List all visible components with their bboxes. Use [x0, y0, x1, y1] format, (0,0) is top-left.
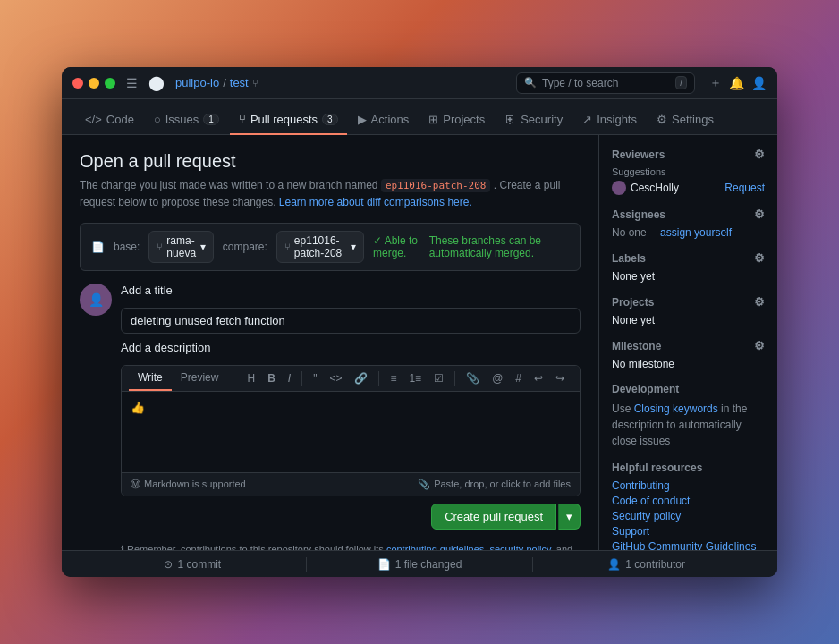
development-desc: Use Closing keywords in the description … — [612, 401, 765, 449]
avatar-icon[interactable]: 👤 — [751, 76, 767, 90]
redo-btn[interactable]: ↪ — [551, 369, 569, 387]
submit-area: Create pull request ▾ — [121, 504, 581, 530]
code-btn[interactable]: <> — [325, 369, 346, 387]
nav-item-issues[interactable]: ○ Issues 1 — [145, 106, 228, 135]
settings-icon: ⚙ — [657, 113, 667, 126]
editor-body[interactable]: 👍 — [122, 392, 580, 472]
breadcrumb-separator: / — [223, 76, 226, 89]
quote-btn[interactable]: " — [309, 369, 321, 387]
tab-preview[interactable]: Preview — [172, 366, 228, 391]
pr-badge: 3 — [322, 114, 338, 125]
pr-icon: ⑂ — [239, 113, 246, 126]
editor-emoji: 👍 — [131, 401, 145, 414]
mention-btn[interactable]: @ — [487, 369, 507, 387]
hamburger-icon[interactable]: ☰ — [126, 76, 138, 90]
contributing-link[interactable]: contributing guidelines — [386, 544, 484, 551]
base-branch-selector[interactable]: ⑂ rama-nueva ▾ — [148, 231, 213, 263]
undo-btn[interactable]: ↩ — [530, 369, 547, 387]
merge-status: ✓ Able to merge. These branches can be a… — [373, 234, 569, 259]
security-policy-helpful-link[interactable]: Security policy — [612, 510, 765, 522]
reviewers-section: Reviewers ⚙ Suggestions CescHolly Reques… — [612, 148, 765, 195]
breadcrumb-user[interactable]: pullpo-io — [175, 76, 219, 89]
task-list-btn[interactable]: ☑ — [429, 369, 448, 387]
link-btn[interactable]: 🔗 — [350, 369, 372, 387]
plus-icon[interactable]: ＋ — [709, 75, 722, 91]
attach-btn[interactable]: 📎 — [462, 369, 484, 387]
request-link[interactable]: Request — [725, 182, 765, 194]
title-section: 👤 Add a title Add a description Write Pr… — [80, 284, 581, 551]
nav-item-actions[interactable]: ▶ Actions — [349, 106, 419, 135]
search-placeholder: Type / to search — [542, 77, 618, 89]
projects-value: None yet — [612, 314, 655, 326]
base-branch-name: rama-nueva — [166, 234, 196, 259]
suggestion-avatar — [612, 181, 626, 195]
diff-link[interactable]: Learn more about diff comparisons here. — [279, 196, 472, 208]
contributing-helpful-link[interactable]: Contributing — [612, 479, 765, 492]
sidebar: Reviewers ⚙ Suggestions CescHolly Reques… — [598, 135, 777, 550]
assignees-header: Assignees ⚙ — [612, 208, 765, 221]
nav-label-pull-requests: Pull requests — [250, 113, 318, 126]
actions-icon: ▶ — [358, 113, 367, 126]
contributors-status: 👤 1 contributor — [533, 558, 759, 571]
status-bar: ⊙ 1 commit 📄 1 file changed 👤 1 contribu… — [62, 550, 777, 577]
minimize-button[interactable] — [89, 78, 99, 89]
attach-text: Paste, drop, or click to add files — [434, 479, 571, 489]
closing-keywords-link[interactable]: Closing keywords — [634, 402, 718, 415]
labels-header: Labels ⚙ — [612, 251, 765, 265]
search-bar[interactable]: 🔍 Type / to search / — [516, 72, 695, 94]
chevron-down-icon-2: ▾ — [351, 241, 356, 253]
compare-bar: 📄 base: ⑂ rama-nueva ▾ compare: ⑂ ep1101… — [80, 223, 581, 271]
reviewers-header: Reviewers ⚙ — [612, 148, 765, 161]
community-guidelines-link[interactable]: GitHub Community Guidelines — [612, 540, 765, 550]
tab-write[interactable]: Write — [129, 366, 172, 391]
editor-toolbar: H B I " <> 🔗 ≡ 1≡ — [239, 366, 572, 391]
list-unordered-btn[interactable]: ≡ — [386, 369, 401, 387]
code-of-conduct-helpful-link[interactable]: Code of conduct — [612, 495, 765, 507]
issues-icon: ○ — [154, 113, 161, 126]
labels-gear-icon[interactable]: ⚙ — [754, 251, 765, 265]
assign-yourself-link[interactable]: assign yourself — [660, 226, 732, 239]
navigation: </> Code ○ Issues 1 ⑂ Pull requests 3 ▶ … — [62, 99, 777, 135]
helpful-label: Helpful resources — [612, 462, 702, 474]
assignees-gear-icon[interactable]: ⚙ — [754, 208, 765, 221]
nav-item-code[interactable]: </> Code — [76, 106, 143, 135]
nav-item-projects[interactable]: ⊞ Projects — [420, 106, 494, 135]
attach-info[interactable]: 📎 Paste, drop, or click to add files — [418, 479, 571, 490]
nav-item-insights[interactable]: ↗ Insights — [573, 106, 646, 135]
reference-btn[interactable]: # — [511, 369, 526, 387]
chevron-down-icon: ▾ — [200, 241, 206, 253]
heading-btn[interactable]: H — [242, 369, 259, 387]
issues-badge: 1 — [203, 114, 219, 125]
code-icon: </> — [85, 113, 102, 126]
editor-footer: Ⓜ Markdown is supported 📎 Paste, drop, o… — [122, 472, 580, 496]
bold-btn[interactable]: B — [263, 369, 280, 387]
italic-btn[interactable]: I — [284, 369, 295, 387]
nav-item-settings[interactable]: ⚙ Settings — [648, 106, 723, 135]
milestone-section: Milestone ⚙ No milestone — [612, 339, 765, 370]
projects-label: Projects — [612, 296, 654, 309]
support-helpful-link[interactable]: Support — [612, 525, 765, 538]
list-ordered-btn[interactable]: 1≡ — [404, 369, 426, 387]
fork-icon: ⑂ — [252, 78, 258, 89]
title-input[interactable] — [121, 308, 581, 334]
form-fields: Add a title Add a description Write Prev… — [121, 284, 581, 551]
create-pr-dropdown-button[interactable]: ▾ — [558, 504, 581, 530]
notification-icon[interactable]: 🔔 — [729, 76, 744, 90]
commits-status: ⊙ 1 commit — [80, 558, 306, 571]
milestone-label: Milestone — [612, 340, 661, 352]
info-bar: ℹ Remember, contributions to this reposi… — [121, 537, 581, 551]
paperclip-icon: 📎 — [418, 479, 430, 490]
nav-item-security[interactable]: ⛨ Security — [496, 106, 572, 135]
nav-item-pull-requests[interactable]: ⑂ Pull requests 3 — [230, 106, 347, 135]
reviewers-gear-icon[interactable]: ⚙ — [754, 148, 765, 161]
avatar-icon: 👤 — [89, 292, 104, 307]
close-button[interactable] — [72, 78, 83, 89]
maximize-button[interactable] — [105, 78, 115, 89]
projects-gear-icon[interactable]: ⚙ — [754, 295, 765, 309]
markdown-info: Ⓜ Markdown is supported — [131, 478, 246, 491]
breadcrumb-repo[interactable]: test — [230, 76, 249, 89]
create-pr-button[interactable]: Create pull request — [431, 504, 556, 530]
security-policy-link[interactable]: security policy — [489, 544, 550, 551]
compare-branch-selector[interactable]: ⑂ ep11016-patch-208 ▾ — [276, 231, 364, 263]
milestone-gear-icon[interactable]: ⚙ — [754, 339, 765, 352]
